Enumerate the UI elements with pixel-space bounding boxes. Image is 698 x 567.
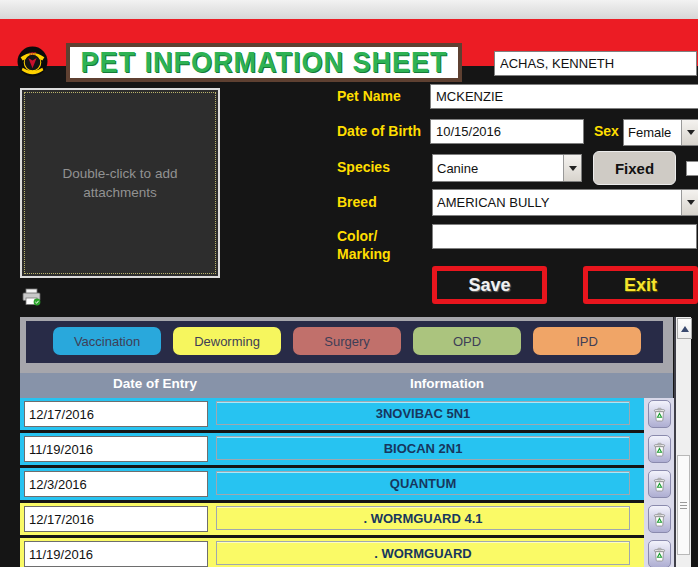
sex-dropdown[interactable]: Female: [623, 119, 698, 146]
attachment-placeholder: Double-click to add attachments: [45, 164, 195, 202]
record-row-vaccination: BIOCAN 2N1: [20, 433, 644, 465]
record-information: 3NOVIBAC 5N1: [216, 401, 630, 425]
trash-icon: [653, 512, 666, 527]
pet-name-input[interactable]: [430, 84, 698, 109]
record-date-input[interactable]: [24, 541, 208, 567]
trash-icon: [653, 442, 666, 457]
species-label: Species: [337, 159, 390, 175]
record-information: . WORMGUARD: [216, 541, 630, 565]
color-marking-label: Color/ Marking: [337, 227, 391, 263]
tab-opd[interactable]: OPD: [413, 327, 521, 355]
breed-dropdown-value: AMERICAN BULLY: [433, 190, 681, 215]
sex-dropdown-arrow-icon[interactable]: [681, 120, 698, 145]
record-date-input[interactable]: [24, 436, 208, 462]
delete-record-button[interactable]: [648, 435, 671, 463]
records-scrollbar[interactable]: [674, 317, 691, 567]
record-information: QUANTUM: [216, 471, 630, 495]
record-row-deworming: . WORMGUARD: [20, 538, 644, 567]
delete-record-button[interactable]: [648, 470, 671, 498]
breed-dropdown[interactable]: AMERICAN BULLY: [432, 189, 698, 216]
owner-name-input[interactable]: [494, 51, 697, 76]
record-row-deworming: . WORMGUARD 4.1: [20, 503, 644, 535]
record-row-vaccination: QUANTUM: [20, 468, 644, 500]
fixed-checkbox[interactable]: [686, 161, 698, 176]
species-dropdown-value: Canine: [433, 155, 563, 181]
tab-ipd[interactable]: IPD: [533, 327, 641, 355]
record-row-vaccination: 3NOVIBAC 5N1: [20, 398, 644, 430]
scrollbar-up-arrow-icon[interactable]: [677, 318, 692, 339]
tab-vaccination[interactable]: Vaccination: [53, 327, 161, 355]
attachment-dropzone[interactable]: Double-click to add attachments: [20, 88, 220, 278]
attachment-dropzone-border: Double-click to add attachments: [24, 92, 216, 274]
tab-surgery[interactable]: Surgery: [293, 327, 401, 355]
column-header-date: Date of Entry: [75, 376, 235, 391]
sex-dropdown-value: Female: [624, 120, 681, 145]
page-title: PET INFORMATION SHEET: [80, 45, 447, 80]
record-date-input[interactable]: [24, 506, 208, 532]
delete-record-button[interactable]: [648, 505, 671, 533]
date-of-birth-label: Date of Birth: [337, 123, 421, 139]
title-box: PET INFORMATION SHEET: [66, 43, 462, 82]
trash-icon: [653, 547, 666, 562]
record-date-input[interactable]: [24, 471, 208, 497]
window-title-strip: [0, 0, 698, 20]
breed-label: Breed: [337, 194, 377, 210]
species-dropdown-arrow-icon[interactable]: [563, 155, 581, 181]
delete-record-button[interactable]: [648, 540, 671, 567]
scrollbar-grip: [680, 502, 687, 510]
sex-label: Sex: [594, 123, 619, 139]
svg-text:VET: VET: [29, 52, 35, 56]
record-date-input[interactable]: [24, 401, 208, 427]
fixed-button[interactable]: Fixed: [593, 151, 676, 185]
record-information: . WORMGUARD 4.1: [216, 506, 630, 530]
scrollbar-thumb[interactable]: [677, 455, 690, 555]
tab-deworming[interactable]: Deworming: [173, 327, 281, 355]
column-header-information: Information: [367, 376, 527, 391]
clinic-logo-icon: VET: [17, 46, 48, 77]
print-icon[interactable]: [22, 288, 41, 306]
record-information: BIOCAN 2N1: [216, 436, 630, 460]
date-of-birth-input[interactable]: [430, 119, 584, 144]
trash-icon: [653, 477, 666, 492]
save-button[interactable]: Save: [432, 266, 547, 304]
exit-button[interactable]: Exit: [583, 266, 698, 304]
trash-icon: [653, 407, 666, 422]
pet-information-sheet-window: VET PET INFORMATION SHEET Double-click t…: [0, 0, 698, 567]
delete-record-button[interactable]: [648, 400, 671, 428]
species-dropdown[interactable]: Canine: [432, 154, 582, 182]
pet-name-label: Pet Name: [337, 88, 401, 104]
breed-dropdown-arrow-icon[interactable]: [681, 190, 698, 215]
color-marking-input[interactable]: [432, 224, 697, 249]
header-banner: VET PET INFORMATION SHEET: [0, 19, 698, 66]
